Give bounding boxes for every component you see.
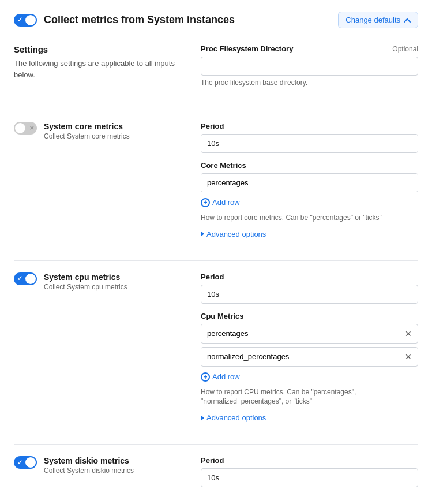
- proc-filesystem-hint: The proc filesystem base directory.: [201, 78, 418, 88]
- cpu-metrics-label: Cpu Metrics: [201, 312, 418, 320]
- cpu-metrics-input-1[interactable]: [201, 348, 399, 365]
- cpu-metric-desc: Collect System cpu metrics: [44, 283, 187, 291]
- core-metrics-input-0[interactable]: [201, 174, 418, 192]
- core-metrics-toggle[interactable]: [14, 122, 37, 135]
- core-metrics-hint: How to report core metrics. Can be "perc…: [201, 213, 418, 223]
- core-period-field: Period: [201, 122, 418, 153]
- diskio-metric-name: System diskio metrics: [44, 456, 187, 465]
- diskio-period-field: Period: [201, 456, 418, 487]
- core-add-row-label: Add row: [212, 198, 240, 207]
- cpu-metrics-row-0: ✕: [201, 324, 418, 344]
- core-advanced-options-label: Advanced options: [206, 230, 266, 238]
- metric-left-cpu: System cpu metrics Collect System cpu me…: [14, 272, 187, 433]
- cpu-advanced-options-label: Advanced options: [206, 413, 266, 422]
- cpu-metrics-hint: How to report CPU metrics. Can be "perce…: [201, 387, 418, 407]
- cpu-metrics-row-1: ✕: [201, 347, 418, 367]
- core-metrics-input-wrapper-0: [201, 173, 418, 192]
- cpu-add-row-icon: +: [201, 372, 210, 382]
- metric-right-cpu: Period Cpu Metrics ✕ ✕: [201, 272, 418, 433]
- cpu-metric-info: System cpu metrics Collect System cpu me…: [44, 272, 187, 291]
- add-row-icon: +: [201, 198, 210, 207]
- metric-left-core: System core metrics Collect System core …: [14, 122, 187, 249]
- cpu-metrics-field: Cpu Metrics ✕ ✕ +: [201, 312, 418, 425]
- cpu-toggle-thumb: [25, 274, 36, 284]
- diskio-toggle-thumb: [25, 457, 36, 468]
- page-title: Collect metrics from System instances: [44, 14, 235, 26]
- cpu-add-row-button[interactable]: + Add row: [201, 370, 240, 384]
- core-advanced-options-button[interactable]: Advanced options: [201, 227, 266, 241]
- cpu-metrics-input-wrapper-1: ✕: [201, 347, 418, 367]
- cpu-metrics-toggle[interactable]: [14, 272, 37, 285]
- core-metrics-row-0: [201, 173, 418, 192]
- proc-filesystem-field: Proc Filesystem Directory Optional The p…: [201, 44, 418, 88]
- cpu-period-field: Period: [201, 272, 418, 304]
- metric-section-system-cpu: System cpu metrics Collect System cpu me…: [14, 260, 418, 445]
- core-metrics-field: Core Metrics + Add row How to report cor…: [201, 161, 418, 241]
- cpu-metric-name: System cpu metrics: [44, 272, 187, 282]
- diskio-period-label: Period: [201, 456, 418, 465]
- optional-badge: Optional: [392, 45, 418, 53]
- core-metric-info: System core metrics Collect System core …: [44, 122, 187, 140]
- metric-right-core: Period Core Metrics + Add row How to rep…: [201, 122, 418, 249]
- diskio-period-input[interactable]: [201, 468, 418, 487]
- header-left: Collect metrics from System instances: [14, 14, 235, 27]
- cpu-metrics-remove-1-button[interactable]: ✕: [399, 348, 418, 366]
- proc-filesystem-input[interactable]: [201, 57, 418, 76]
- cpu-metrics-input-wrapper-0: ✕: [201, 324, 418, 344]
- change-defaults-button[interactable]: Change defaults: [338, 12, 418, 28]
- cpu-metrics-remove-0-button[interactable]: ✕: [399, 324, 418, 343]
- core-metric-desc: Collect System core metrics: [44, 132, 187, 140]
- diskio-metric-info: System diskio metrics Collect System dis…: [44, 456, 187, 475]
- chevron-up-icon: [404, 18, 411, 23]
- main-toggle-thumb: [25, 15, 36, 25]
- settings-section: Settings The following settings are appl…: [14, 44, 418, 96]
- cpu-period-label: Period: [201, 272, 418, 281]
- cpu-advanced-options-button[interactable]: Advanced options: [201, 411, 266, 424]
- core-period-input[interactable]: [201, 134, 418, 153]
- metric-left-diskio: System diskio metrics Collect System dis…: [14, 456, 187, 495]
- proc-filesystem-label: Proc Filesystem Directory Optional: [201, 44, 418, 53]
- metric-right-diskio: Period: [201, 456, 418, 495]
- core-add-row-button[interactable]: + Add row: [201, 196, 240, 210]
- core-advanced-chevron-icon: [201, 231, 204, 237]
- cpu-advanced-chevron-icon: [201, 415, 204, 421]
- metric-section-system-diskio: System diskio metrics Collect System dis…: [14, 444, 418, 504]
- change-defaults-label: Change defaults: [345, 16, 400, 24]
- settings-description: The following settings are applicable to…: [14, 58, 187, 80]
- core-metric-name: System core metrics: [44, 122, 187, 131]
- cpu-metrics-input-0[interactable]: [201, 324, 399, 342]
- core-toggle-thumb: [15, 123, 25, 133]
- core-metrics-label: Core Metrics: [201, 161, 418, 170]
- settings-left: Settings The following settings are appl…: [14, 44, 187, 96]
- settings-right: Proc Filesystem Directory Optional The p…: [201, 44, 418, 96]
- diskio-metrics-toggle[interactable]: [14, 456, 37, 469]
- cpu-add-row-label: Add row: [212, 372, 240, 381]
- main-toggle[interactable]: [14, 14, 37, 27]
- header: Collect metrics from System instances Ch…: [14, 12, 418, 28]
- metric-section-system-core: System core metrics Collect System core …: [14, 110, 418, 260]
- settings-title: Settings: [14, 44, 187, 54]
- diskio-metric-desc: Collect System diskio metrics: [44, 466, 187, 475]
- cpu-period-input[interactable]: [201, 285, 418, 304]
- core-period-label: Period: [201, 122, 418, 130]
